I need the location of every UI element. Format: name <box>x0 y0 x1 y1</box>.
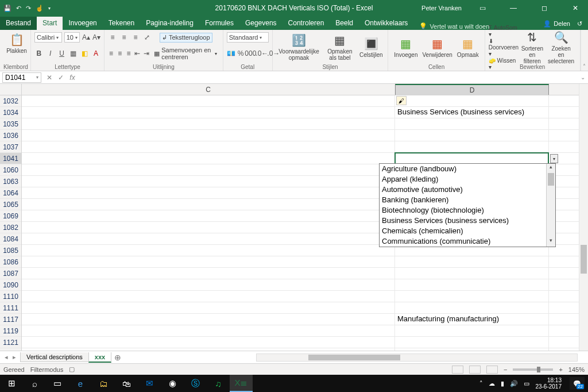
clock[interactable]: 18:13 23-6-2017 <box>535 377 564 390</box>
language-icon[interactable]: ▭ <box>524 380 529 387</box>
maximize-icon[interactable]: ◻ <box>534 4 555 12</box>
undo-icon[interactable]: ↶ <box>16 5 21 12</box>
tab-pagina[interactable]: Pagina-indeling <box>140 17 199 30</box>
excel-taskbar-icon[interactable]: X≣ <box>230 375 253 392</box>
format-cells-button[interactable]: ▦Opmaak <box>455 32 481 63</box>
row-header[interactable]: 1041 <box>0 153 21 164</box>
row-header[interactable]: 1035 <box>0 118 21 130</box>
cell[interactable] <box>395 325 549 336</box>
macro-record-icon[interactable]: ▢ <box>69 366 75 373</box>
tab-ontwikkelaars[interactable]: Ontwikkelaars <box>359 17 413 30</box>
row-header[interactable]: 1085 <box>0 245 21 256</box>
row-header[interactable]: 1063 <box>0 176 21 187</box>
table-row[interactable] <box>22 302 579 314</box>
cell[interactable] <box>22 210 395 221</box>
enter-icon[interactable]: ✓ <box>55 74 67 82</box>
cell[interactable] <box>395 279 549 290</box>
user-name[interactable]: Peter Vranken <box>421 5 462 11</box>
row-header[interactable]: 1117 <box>0 314 21 325</box>
tab-file[interactable]: Bestand <box>0 17 37 30</box>
percent-icon[interactable]: % <box>238 49 244 58</box>
cell-styles-button[interactable]: 🔳Celstijlen <box>358 32 384 63</box>
select-all-corner[interactable] <box>0 84 22 95</box>
table-row[interactable]: Business Services (business services) <box>22 107 579 118</box>
align-left-icon[interactable]: ≡ <box>108 49 114 58</box>
table-row[interactable] <box>22 118 579 130</box>
formula-input[interactable] <box>78 72 578 83</box>
cell[interactable] <box>22 314 395 325</box>
zoom-slider[interactable] <box>513 368 553 371</box>
cell[interactable]: Business Services (business services) <box>395 107 549 118</box>
orientation-icon[interactable]: ⤢ <box>142 33 152 42</box>
volume-icon[interactable]: 🔊 <box>510 380 518 387</box>
find-select-button[interactable]: 🔍Zoeken en selecteren <box>546 29 577 66</box>
dv-option[interactable]: Banking (bankieren) <box>380 195 546 205</box>
tab-start[interactable]: Start <box>37 17 63 30</box>
qat-customize-icon[interactable]: ▾ <box>48 6 51 11</box>
tab-formules[interactable]: Formules <box>199 17 239 30</box>
sort-filter-button[interactable]: ⇅Sorteren en filteren <box>519 29 546 66</box>
dv-option[interactable]: Business Services (business services) <box>380 216 546 226</box>
cell[interactable]: Manufacturing (manufacturing) <box>395 314 549 325</box>
cell[interactable] <box>395 141 549 152</box>
grow-font-icon[interactable]: A▴ <box>82 33 90 42</box>
cell[interactable] <box>22 279 395 290</box>
autosum-button[interactable]: Σ AutoSom ▾ <box>489 25 519 37</box>
row-header[interactable]: 1111 <box>0 302 21 314</box>
edge-icon[interactable]: e <box>69 375 92 392</box>
add-sheet-icon[interactable]: ⊕ <box>111 353 124 362</box>
tab-beeld[interactable]: Beeld <box>330 17 359 30</box>
dv-scrollbar[interactable]: ▴ ▾ <box>546 164 555 247</box>
expand-formula-icon[interactable]: ⌄ <box>578 74 588 80</box>
indent-inc-icon[interactable]: ⇥ <box>143 49 149 58</box>
cell[interactable] <box>22 164 395 175</box>
row-header[interactable]: 1090 <box>0 279 21 291</box>
cell[interactable] <box>22 107 395 118</box>
cell[interactable] <box>395 118 549 129</box>
font-size-combo[interactable]: 10▾ <box>64 32 80 43</box>
merge-button[interactable]: ▦Samenvoegen en centreren▾ <box>152 45 219 62</box>
cell[interactable] <box>22 176 395 187</box>
task-view-icon[interactable]: ▭ <box>46 375 69 392</box>
view-normal-icon[interactable] <box>452 366 463 374</box>
spotify-icon[interactable]: ♫ <box>207 375 230 392</box>
sheet-tab-xxx[interactable]: xxx <box>88 352 111 363</box>
align-right-icon[interactable]: ≡ <box>126 49 132 58</box>
cell[interactable] <box>22 245 395 256</box>
fill-color-icon[interactable]: ◧ <box>80 49 89 58</box>
row-header[interactable]: 1084 <box>0 233 21 245</box>
align-mid-icon[interactable]: ≡ <box>119 33 129 42</box>
format-as-table-button[interactable]: ▦Opmaken als tabel <box>322 32 358 63</box>
table-row[interactable] <box>22 279 579 291</box>
tell-me[interactable]: 💡 Vertel wat u wilt doen <box>413 22 489 30</box>
cell[interactable] <box>22 130 395 141</box>
cell[interactable] <box>22 291 395 302</box>
scroll-up-icon[interactable]: ▴ <box>547 164 555 173</box>
row-header[interactable]: 1086 <box>0 256 21 268</box>
table-row[interactable] <box>22 130 579 141</box>
table-row[interactable]: Manufacturing (manufacturing) <box>22 314 579 325</box>
cancel-icon[interactable]: ✕ <box>44 74 55 82</box>
cell[interactable] <box>22 256 395 267</box>
dv-option[interactable]: Automotive (automotive) <box>380 185 546 195</box>
row-header[interactable]: 1121 <box>0 337 21 348</box>
data-validation-dropdown-icon[interactable]: ▾ <box>550 154 558 163</box>
start-icon[interactable]: ⊞ <box>0 375 23 392</box>
dv-option[interactable]: Apparel (kleding) <box>380 174 546 185</box>
store-icon[interactable]: 🛍 <box>115 375 138 392</box>
paste-button[interactable]: 📋 Plakken <box>3 32 30 55</box>
italic-icon[interactable]: I <box>46 49 55 58</box>
row-header[interactable]: 1060 <box>0 164 21 176</box>
row-header[interactable]: 1036 <box>0 130 21 141</box>
view-layout-icon[interactable] <box>469 366 481 374</box>
scroll-down-icon[interactable]: ▾ <box>547 237 555 247</box>
history-icon[interactable]: ↺ <box>577 20 582 28</box>
redo-icon[interactable]: ↷ <box>26 5 31 12</box>
name-box[interactable]: D1041▾ <box>2 72 41 83</box>
touch-mode-icon[interactable]: ☝ <box>36 5 44 12</box>
ribbon-options-icon[interactable]: ▭ <box>472 4 493 12</box>
cell[interactable] <box>22 302 395 313</box>
vertical-scrollbar[interactable] <box>579 84 588 351</box>
chrome-icon[interactable]: ◉ <box>161 375 184 392</box>
table-row[interactable] <box>22 141 579 153</box>
